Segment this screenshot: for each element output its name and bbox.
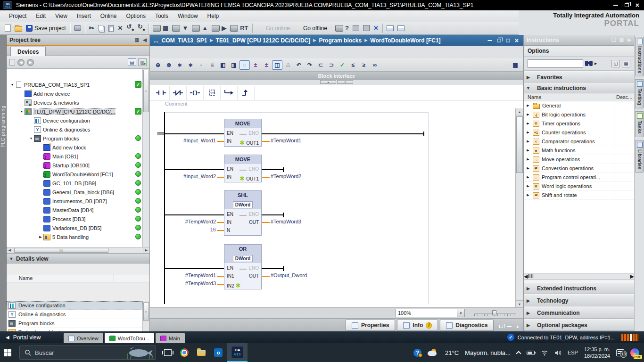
file-explorer-button[interactable] <box>193 343 210 362</box>
details-row[interactable]: Program blocks <box>7 319 142 328</box>
expand-networks-icon[interactable]: ≡ <box>207 60 217 70</box>
operand[interactable]: #Input_Word1 <box>150 138 216 143</box>
new-project-button[interactable] <box>3 23 13 34</box>
details-row[interactable]: Device configuration <box>7 301 142 310</box>
float-view-icon[interactable]: ◱ <box>611 60 620 67</box>
tree-row[interactable]: MasterData [DB4] <box>7 206 142 214</box>
monitor-off-icon[interactable]: ≥ <box>359 60 369 70</box>
tree-scrollbar[interactable]: ≡ <box>142 69 149 247</box>
tree-row[interactable]: General_Data_block [DB6] <box>7 188 142 197</box>
operand[interactable]: #TempWord1 <box>150 272 216 278</box>
chrome-button[interactable] <box>176 343 193 362</box>
back-icon[interactable]: ◀ <box>17 59 25 66</box>
coil-button[interactable] <box>187 86 204 100</box>
details-row[interactable]: Online & diagnostics <box>7 310 142 319</box>
monitor-on-icon[interactable]: ≤ <box>348 60 358 70</box>
details-view-header[interactable]: ▼ Details view <box>7 254 149 263</box>
menu-window[interactable]: Window <box>173 11 202 21</box>
print-button[interactable] <box>72 23 83 34</box>
clock[interactable]: 12:35 p. m. 18/02/2024 <box>584 346 610 359</box>
tree-row[interactable]: Devices & networks <box>7 98 142 107</box>
table-view-icon[interactable]: ▦ <box>622 60 630 67</box>
menu-tools[interactable]: Tools <box>151 11 173 21</box>
start-cpu-button[interactable]: ▶ <box>210 23 228 34</box>
snapshot-icon[interactable]: ⊃ <box>326 60 337 70</box>
tree-h-scrollbar[interactable]: ◀ IIII ▶ <box>7 247 149 254</box>
zoom-dropdown-icon[interactable]: ▼ <box>457 309 464 317</box>
operand[interactable]: #TempWord3 <box>271 219 301 224</box>
instruction-group-row[interactable]: ▶⊞Word logic operations <box>524 182 634 191</box>
undo-button[interactable]: ↺± <box>125 23 136 34</box>
tree-row[interactable]: ▶5 Data handling <box>7 232 142 241</box>
tia-portal-taskbar-button[interactable]: TIAV13 <box>227 343 248 362</box>
delete-button[interactable]: ✕ <box>116 23 125 34</box>
start-simulation-button[interactable] <box>351 23 361 34</box>
block-type-selector[interactable]: DWord <box>233 255 253 262</box>
section-extended-instructions[interactable]: ▶Extended instructions <box>524 282 634 294</box>
operand[interactable]: #TempWord2 <box>271 173 301 179</box>
operand[interactable]: #TempWord1 <box>271 138 301 143</box>
favorites-toggle-icon[interactable]: ∴ <box>283 60 293 70</box>
paste-button[interactable] <box>107 23 116 34</box>
tab-info[interactable]: Infoi <box>397 320 438 331</box>
go-to-previous-error-icon[interactable]: ↶ <box>294 60 304 70</box>
weather-temp[interactable]: 21°C <box>445 349 459 356</box>
breadcrumb-item[interactable]: WordToDoubleWord [FC1] <box>370 37 440 44</box>
update-block-call-icon[interactable]: ⊂ <box>315 60 326 70</box>
editor-tab-main[interactable]: Main <box>156 333 185 343</box>
tab-testing[interactable]: Testing <box>635 79 644 108</box>
battery-icon[interactable] <box>527 351 535 355</box>
dock-panel-icon[interactable]: ▥ <box>619 37 624 42</box>
volume-icon[interactable] <box>554 350 561 356</box>
editor-minimize-icon[interactable] <box>487 40 492 41</box>
operand[interactable]: 16 <box>150 227 216 232</box>
scroll-left-icon[interactable]: ◀ <box>7 247 13 253</box>
scroll-up-icon[interactable]: ▲ <box>516 108 523 115</box>
tree-row[interactable]: GC_101_DB [DB9] <box>7 179 142 188</box>
instruction-group-row[interactable]: ▶→Move operations <box>524 155 634 164</box>
collapse-networks-icon[interactable]: ◧ <box>218 60 228 70</box>
toggle-comments-icon[interactable]: ◌ <box>239 60 250 70</box>
tree-row[interactable]: ▼PRUEBA_COM_TIA13_SP1✓ <box>7 80 142 89</box>
tab-instructions[interactable]: Instructions <box>635 37 644 76</box>
instruction-group-row[interactable]: ▶General <box>524 101 634 110</box>
cut-button[interactable]: ✂ <box>87 23 96 34</box>
compile-block-icon[interactable]: ◦ <box>196 60 206 70</box>
instruction-group-row[interactable]: ▶<Comparator operations <box>524 137 634 146</box>
network-3[interactable]: SHLDWordENENOINOUTN#TempWord216#TempWord… <box>150 190 433 236</box>
open-project-button[interactable] <box>13 23 24 34</box>
network-4[interactable]: ORDWordENENOIN1OUTIN2 ∗#TempWord1#TempWo… <box>150 244 433 289</box>
ladder-canvas[interactable]: MOVEENENOIN∗ OUT1#Input_Word1#TempWord1M… <box>150 108 515 307</box>
scroll-right-icon[interactable]: ▶ <box>143 247 149 253</box>
editor-tab-wordtodou[interactable]: WordToDou... <box>105 333 154 343</box>
shl-block[interactable]: SHLDWordENENOINOUTN <box>224 190 262 236</box>
section-technology[interactable]: ▶Technology <box>524 295 634 306</box>
inspector-collapse-icon[interactable]: ▲ <box>516 324 520 329</box>
tab-devices[interactable]: Devices <box>10 47 46 56</box>
tab-diagnostics[interactable]: Diagnostics <box>440 320 494 331</box>
tree-row[interactable]: Online & diagnostics <box>7 125 142 134</box>
block-interface-splitter[interactable]: Block interface <box>150 72 523 80</box>
favorites-section[interactable]: ▶ Favorites <box>524 72 634 82</box>
compile-button[interactable]: ▦ <box>151 23 170 34</box>
operand[interactable]: #Output_Dword <box>271 272 307 278</box>
collapse-panel-icon[interactable]: ◀ <box>143 37 147 42</box>
copilot-icon[interactable]: PRE <box>630 348 639 357</box>
move-block[interactable]: MOVEENENOIN∗ OUT1 <box>224 155 262 182</box>
breadcrumb-item[interactable]: Program blocks <box>319 37 362 44</box>
delete-network-icon[interactable]: ⊗ <box>164 60 174 70</box>
inspector-float-icon[interactable] <box>499 325 503 328</box>
tree-row[interactable]: Variadores_DB [DB5] <box>7 223 142 232</box>
split-editor-vertical-button[interactable] <box>396 23 406 34</box>
open-all-networks-icon[interactable]: ◨ <box>229 60 239 70</box>
network-1[interactable]: MOVEENENOIN∗ OUT1#Input_Word1#TempWord1 <box>150 119 433 147</box>
menu-help[interactable]: Help <box>203 11 223 21</box>
instruction-group-row[interactable]: ▶↔Program control operati... <box>524 173 634 182</box>
wifi-icon[interactable] <box>541 350 548 356</box>
go-offline-button[interactable]: Go offline <box>292 23 329 34</box>
help-icon[interactable]: ? <box>413 349 421 357</box>
splitter-down-icon[interactable]: ▼ <box>337 80 353 84</box>
instruction-group-row[interactable]: ▶⊙Timer operations <box>524 119 634 128</box>
language-indicator[interactable]: ESP <box>568 350 578 355</box>
inspector-minimize-icon[interactable] <box>507 326 512 327</box>
